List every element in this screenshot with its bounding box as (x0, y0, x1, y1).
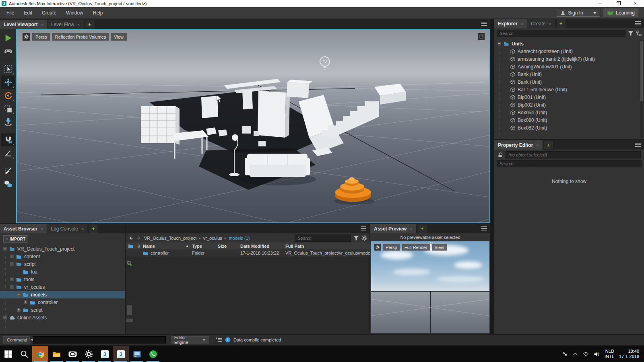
engine-dropdown[interactable]: Editor Engine (171, 336, 209, 343)
log-icon[interactable] (216, 337, 222, 342)
language-indicator[interactable]: NLD INTL (605, 349, 614, 359)
clock[interactable]: 18:40 17-1-2018 (619, 349, 639, 359)
tool-button[interactable] (1, 89, 15, 102)
tool-button[interactable] (1, 177, 15, 191)
new-tab-button[interactable]: + (557, 19, 566, 28)
command-dropdown[interactable]: Command (3, 336, 30, 343)
add-asset-icon[interactable] (127, 261, 132, 266)
viewport-maximize-button[interactable] (478, 33, 485, 40)
panel-menu-icon[interactable] (481, 226, 487, 231)
explorer-tree-item[interactable]: Bar 1,5m nieuwe (Unit) (494, 86, 644, 93)
asset-preview-tab[interactable]: Asset Preview× (370, 224, 416, 233)
taskbar-button[interactable] (16, 346, 32, 362)
project-tree-item[interactable]: models (0, 291, 125, 298)
column-type[interactable]: Type (192, 244, 218, 249)
close-icon[interactable]: × (410, 226, 412, 231)
asset-browser-tab[interactable]: Asset Browser× (0, 224, 47, 233)
explorer-tree-item[interactable]: armsteuning bank 2 (tijdelijk?) (Unit) (494, 55, 644, 63)
chevron-up-icon[interactable] (573, 352, 578, 356)
taskbar-button[interactable] (145, 346, 161, 362)
menu-item[interactable]: Create (37, 7, 61, 19)
explorer-tab[interactable]: Create× (527, 19, 555, 28)
viewport-mode-button[interactable]: View (111, 33, 127, 41)
tool-button[interactable] (1, 76, 15, 89)
taskbar-button[interactable] (0, 346, 16, 362)
expander-icon[interactable] (10, 285, 14, 289)
taskbar-button[interactable] (64, 346, 80, 362)
panel-menu-icon[interactable] (361, 226, 366, 231)
people-icon[interactable] (562, 352, 568, 357)
close-icon[interactable]: × (77, 22, 80, 27)
panel-menu-icon[interactable] (635, 142, 641, 147)
restore-button[interactable] (609, 0, 626, 7)
filter-icon[interactable] (628, 31, 634, 36)
property-editor-tab[interactable]: Property Editor× (494, 140, 543, 150)
taskbar-button[interactable] (129, 346, 145, 362)
tool-button[interactable] (1, 31, 15, 45)
taskbar-button[interactable] (80, 346, 97, 362)
command-input[interactable] (33, 336, 166, 343)
preview-mode-button[interactable]: View (432, 244, 447, 251)
expander-icon[interactable] (17, 293, 21, 296)
expander-icon[interactable] (3, 316, 7, 319)
preview-mode-button[interactable]: Full Render (402, 244, 430, 251)
tool-button[interactable] (1, 45, 15, 58)
project-tree-item[interactable]: Online Assets (0, 314, 125, 321)
explorer-tree-item[interactable]: Bank (Unit) (494, 78, 644, 86)
new-tab-button[interactable]: + (89, 224, 98, 233)
column-modified[interactable]: Date Modified (240, 244, 285, 249)
close-button[interactable]: × (626, 0, 644, 7)
viewport-tab[interactable]: Level Flow× (47, 20, 84, 29)
viewport-tab[interactable]: Level Viewport× (0, 20, 47, 29)
expander-icon[interactable] (10, 278, 14, 281)
asset-browser-tab[interactable]: Log Console× (47, 224, 87, 233)
column-path[interactable]: Full Path (285, 244, 378, 249)
taskbar-button[interactable] (97, 346, 113, 362)
lock-open-icon[interactable] (497, 152, 503, 158)
explorer-tree-item[interactable]: Box054 (Unit) (494, 109, 644, 116)
expander-icon[interactable] (10, 255, 14, 258)
close-icon[interactable]: × (549, 21, 551, 26)
tool-button[interactable] (1, 133, 15, 146)
menu-item[interactable]: Edit (19, 7, 37, 19)
project-tree-item[interactable]: controller (0, 298, 125, 306)
learning-button[interactable]: Learning (603, 8, 638, 17)
panel-menu-icon[interactable] (481, 21, 487, 26)
tree-collapse-icon[interactable] (636, 31, 642, 36)
project-tree-item[interactable]: lua (0, 268, 125, 276)
tool-button[interactable] (1, 62, 15, 76)
project-tree-item[interactable]: script (0, 260, 125, 268)
expander-icon[interactable] (10, 262, 14, 266)
new-tab-button[interactable]: + (544, 141, 553, 149)
back-button[interactable] (128, 236, 134, 241)
breadcrumb-item[interactable]: ▸ (225, 236, 227, 240)
explorer-tree-item[interactable]: Box082 (Unit) (494, 124, 644, 132)
preview-viewport[interactable]: PerspFull RenderView (371, 241, 489, 333)
gear-icon[interactable] (361, 235, 367, 241)
menu-item[interactable]: Window (61, 7, 88, 19)
explorer-tab[interactable]: Explorer× (494, 19, 527, 28)
explorer-tree-item[interactable]: Bip001 (Unit) (494, 93, 644, 101)
viewport-mode-button[interactable]: Reflection Probe Volumes (52, 33, 109, 41)
expander-icon[interactable] (17, 308, 21, 312)
project-tree-item[interactable]: tools (0, 276, 125, 283)
new-tab-button[interactable]: + (85, 20, 94, 29)
tool-button[interactable] (1, 102, 15, 115)
breadcrumb-item[interactable]: VR_Oculus_Touch_project (144, 236, 196, 241)
project-tree-item[interactable]: VR_Oculus_Touch_project (0, 245, 125, 253)
project-tree-item[interactable]: vr_oculus (0, 283, 125, 291)
expander-icon[interactable] (24, 300, 27, 304)
tool-button[interactable] (1, 146, 15, 160)
speaker-icon[interactable] (594, 352, 600, 357)
close-icon[interactable]: × (536, 143, 539, 148)
new-tab-button[interactable]: + (418, 224, 427, 233)
taskbar-button[interactable] (48, 346, 64, 362)
menu-item[interactable]: File (2, 7, 19, 19)
lock-column-icon[interactable] (137, 244, 141, 248)
explorer-tree-item[interactable]: Box080 (Unit) (494, 116, 644, 124)
breadcrumb-item[interactable]: ▸ (199, 236, 201, 240)
explorer-tree-item[interactable]: Units (494, 40, 644, 47)
scrollbar-horizontal[interactable] (126, 319, 133, 322)
tool-button[interactable] (1, 115, 15, 129)
menu-item[interactable]: Help (88, 7, 108, 19)
